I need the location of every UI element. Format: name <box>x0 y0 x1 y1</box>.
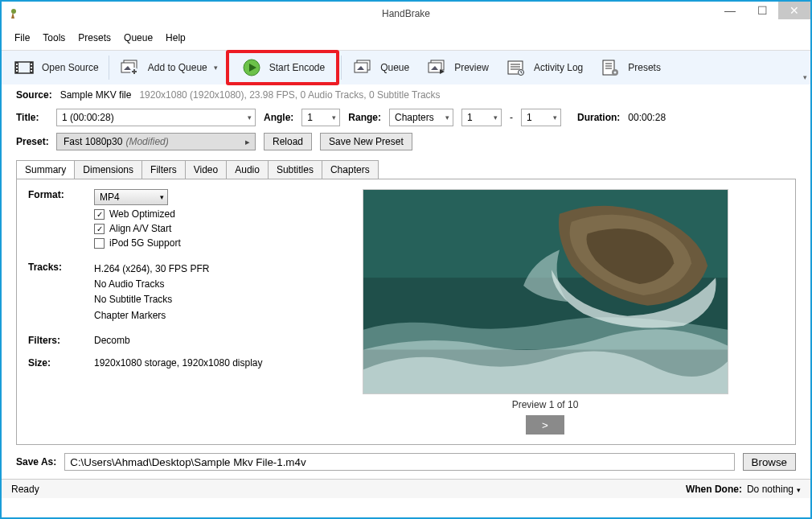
tab-panel-summary: Format: MP4 ✓Web Optimized ✓Align A/V St… <box>16 179 796 445</box>
close-button[interactable]: ✕ <box>778 2 810 19</box>
when-done: When Done: Do nothing <box>686 484 801 495</box>
log-icon <box>505 58 527 77</box>
angle-dropdown[interactable]: 1 <box>301 109 340 126</box>
toolbar: Open Source Add to Queue ▾ Start Encode … <box>2 51 810 84</box>
tab-chapters[interactable]: Chapters <box>322 160 379 179</box>
size-label: Size: <box>28 357 94 369</box>
toolbar-separator <box>341 56 342 80</box>
preset-row: Preset: Fast 1080p30 (Modified) Reload S… <box>2 130 810 154</box>
tab-strip: Summary Dimensions Filters Video Audio S… <box>16 160 796 179</box>
photos-plus-icon <box>119 58 141 77</box>
source-row: Source: Sample MKV file 1920x1080 (1920x… <box>2 84 810 105</box>
preview-label: Preview <box>454 62 489 73</box>
tab-video[interactable]: Video <box>185 160 227 179</box>
web-optimized-label: Web Optimized <box>109 208 175 220</box>
add-queue-label: Add to Queue <box>148 62 207 73</box>
title-row: Title: 1 (00:00:28) Angle: 1 Range: Chap… <box>2 105 810 130</box>
format-label: Format: <box>28 189 94 200</box>
presets-button[interactable]: Presets <box>591 55 669 80</box>
align-av-label: Align A/V Start <box>109 223 171 234</box>
filters-label: Filters: <box>28 335 94 346</box>
save-path-input[interactable] <box>64 453 734 471</box>
maximize-button[interactable]: ☐ <box>746 2 778 19</box>
track-line: H.264 (x264), 30 FPS PFR <box>94 262 209 277</box>
menubar: File Tools Presets Queue Help <box>2 26 810 51</box>
title-dropdown[interactable]: 1 (00:00:28) <box>56 109 256 126</box>
preset-modified: (Modified) <box>125 136 168 147</box>
source-details: 1920x1080 (1920x1080), 23.98 FPS, 0 Audi… <box>139 89 440 101</box>
preset-label: Preset: <box>16 136 48 147</box>
queue-button[interactable]: Queue <box>343 55 417 80</box>
range-to-dropdown[interactable]: 1 <box>521 109 561 126</box>
save-as-label: Save As: <box>16 456 56 468</box>
preview-button[interactable]: Preview <box>417 55 497 80</box>
track-line: No Subtitle Tracks <box>94 292 209 307</box>
titlebar: HandBrake — ☐ ✕ <box>2 2 810 26</box>
svg-rect-4 <box>16 64 18 65</box>
align-av-checkbox[interactable]: ✓ <box>94 224 105 234</box>
reload-button[interactable]: Reload <box>264 133 312 150</box>
window-controls: — ☐ ✕ <box>714 2 810 19</box>
play-icon <box>240 58 263 77</box>
tab-subtitles[interactable]: Subtitles <box>268 160 322 179</box>
minimize-button[interactable]: — <box>714 2 746 19</box>
menu-help[interactable]: Help <box>161 29 191 47</box>
presets-gear-icon <box>599 58 621 77</box>
tab-filters[interactable]: Filters <box>141 160 186 179</box>
open-source-button[interactable]: Open Source <box>5 55 107 80</box>
range-dash: - <box>510 112 513 123</box>
menu-tools[interactable]: Tools <box>38 29 70 47</box>
title-label: Title: <box>16 112 48 123</box>
start-encode-highlight: Start Encode <box>226 50 339 85</box>
queue-label: Queue <box>380 62 409 73</box>
web-optimized-checkbox[interactable]: ✓ <box>94 209 105 220</box>
status-text: Ready <box>11 484 39 495</box>
format-dropdown[interactable]: MP4 <box>94 189 168 205</box>
preview-image <box>363 189 728 394</box>
preview-counter: Preview 1 of 10 <box>512 399 579 410</box>
photos-icon <box>351 58 374 77</box>
summary-right: Preview 1 of 10 > <box>306 189 784 435</box>
save-new-preset-button[interactable]: Save New Preset <box>320 133 412 150</box>
activity-log-button[interactable]: Activity Log <box>497 55 591 80</box>
open-source-label: Open Source <box>42 62 99 73</box>
tracks-body: H.264 (x264), 30 FPS PFR No Audio Tracks… <box>94 262 209 323</box>
svg-point-34 <box>614 72 617 74</box>
preset-dropdown[interactable]: Fast 1080p30 (Modified) <box>56 133 256 150</box>
ipod-checkbox[interactable] <box>94 238 105 249</box>
start-encode-button[interactable]: Start Encode <box>232 55 333 80</box>
source-name: Sample MKV file <box>60 89 132 101</box>
film-icon <box>13 58 35 77</box>
range-type-dropdown[interactable]: Chapters <box>389 109 453 126</box>
svg-rect-6 <box>16 70 18 72</box>
toolbar-overflow-icon[interactable]: ▾ <box>803 73 807 81</box>
track-line: No Audio Tracks <box>94 277 209 292</box>
app-window: HandBrake — ☐ ✕ File Tools Presets Queue… <box>0 0 812 519</box>
svg-rect-9 <box>31 70 32 72</box>
tab-dimensions[interactable]: Dimensions <box>74 160 142 179</box>
save-row: Save As: Browse <box>2 445 810 479</box>
menu-file[interactable]: File <box>10 29 35 47</box>
tab-audio[interactable]: Audio <box>226 160 269 179</box>
when-done-dropdown[interactable]: Do nothing <box>747 484 801 495</box>
activity-log-label: Activity Log <box>534 62 583 73</box>
range-from-dropdown[interactable]: 1 <box>461 109 502 126</box>
tabs-container: Summary Dimensions Filters Video Audio S… <box>16 160 796 445</box>
svg-point-0 <box>11 9 16 14</box>
app-icon <box>8 7 21 20</box>
add-queue-button[interactable]: Add to Queue ▾ <box>111 55 226 80</box>
summary-left: Format: MP4 ✓Web Optimized ✓Align A/V St… <box>28 189 293 435</box>
filters-value: Decomb <box>94 335 130 346</box>
preset-name: Fast 1080p30 <box>64 136 122 147</box>
menu-queue[interactable]: Queue <box>119 29 158 47</box>
statusbar: Ready When Done: Do nothing <box>2 479 810 498</box>
size-value: 1920x1080 storage, 1920x1080 display <box>94 357 263 369</box>
preview-next-button[interactable]: > <box>526 415 564 435</box>
track-line: Chapter Markers <box>94 308 209 323</box>
duration-label: Duration: <box>577 112 620 123</box>
browse-button[interactable]: Browse <box>743 453 796 471</box>
toolbar-separator <box>109 56 109 80</box>
tab-summary[interactable]: Summary <box>16 160 75 179</box>
menu-presets[interactable]: Presets <box>73 29 116 47</box>
start-encode-label: Start Encode <box>269 62 325 73</box>
